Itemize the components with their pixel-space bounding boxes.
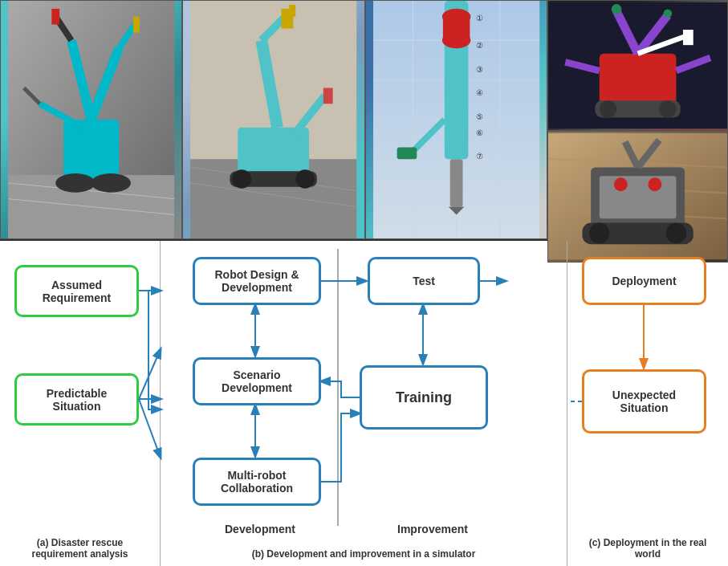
diagram-section: Assumed Requirement Predictable Situatio… [0,241,728,566]
scenario-development-label: Scenario Development [201,369,312,394]
svg-point-42 [441,32,470,48]
svg-rect-5 [63,120,119,183]
robot-design-box: Robot Design & Development [193,257,321,305]
svg-point-27 [233,169,252,189]
unexpected-situation-label: Unexpected Situation [591,389,697,414]
svg-point-61 [663,9,672,18]
test-label: Test [413,275,435,287]
image-1 [0,0,182,239]
deployment-box: Deployment [582,257,706,305]
multi-robot-box: Multi-robot Collaboration [193,458,321,506]
svg-point-28 [296,169,315,189]
svg-point-79 [648,178,661,192]
image-3: ① ② ③ ④ ⑤ ⑥ ⑦ [365,0,547,239]
section-a-label: (a) Disaster rescue requirement analysis [8,537,152,560]
svg-point-13 [92,173,131,193]
svg-rect-72 [600,176,677,218]
svg-point-78 [614,178,628,192]
test-box: Test [368,257,480,305]
image-2 [182,0,364,239]
divider [337,249,339,526]
development-label: Development [225,523,295,535]
svg-text:④: ④ [476,88,483,97]
svg-text:⑥: ⑥ [476,128,483,137]
training-box: Training [360,365,488,430]
assumed-requirement-label: Assumed Requirement [23,279,130,304]
training-label: Training [396,389,452,406]
svg-rect-30 [323,88,333,104]
scenario-development-box: Scenario Development [193,357,321,405]
section-c-label: (c) Deployment in the real world [575,537,720,560]
tool-illustration: ① ② ③ ④ ⑤ ⑥ ⑦ [366,1,547,238]
svg-point-60 [611,4,621,14]
svg-text:③: ③ [476,65,483,74]
svg-rect-46 [449,159,462,206]
svg-point-12 [55,173,95,193]
section-b: Development Improvement Robot Design & D… [161,241,567,566]
svg-rect-11 [133,17,140,33]
improvement-label: Improvement [397,523,468,535]
multi-robot-label: Multi-robot Collaboration [201,469,312,495]
image-right-group [547,0,728,239]
svg-text:⑤: ⑤ [476,112,483,121]
svg-point-63 [600,100,616,117]
svg-rect-55 [600,54,677,105]
unexpected-situation-box: Unexpected Situation [582,369,706,434]
svg-rect-10 [51,9,59,25]
deployment-label: Deployment [612,275,676,287]
svg-rect-66 [683,30,693,45]
svg-rect-49 [397,148,417,160]
svg-rect-25 [290,5,296,17]
predictable-situation-box: Predictable Situation [14,373,139,426]
image-4 [547,0,728,131]
section-c: Deployment Unexpected Situation (c) Depl… [567,241,728,566]
svg-point-64 [659,100,676,117]
svg-line-84 [139,399,161,458]
section-a: Assumed Requirement Predictable Situatio… [0,241,161,566]
svg-line-82 [139,349,161,399]
assumed-requirement-box: Assumed Requirement [14,265,139,317]
svg-text:①: ① [476,14,483,22]
robot-design-label: Robot Design & Development [201,268,312,294]
robot-illustration-2 [183,1,364,238]
top-images-section: ① ② ③ ④ ⑤ ⑥ ⑦ [0,0,728,241]
section-b-label: (b) Development and improvement in a sim… [181,548,546,560]
svg-text:⑦: ⑦ [476,152,483,161]
svg-text:②: ② [476,41,483,50]
predictable-situation-label: Predictable Situation [23,387,130,413]
purple-robot-illustration [548,1,727,130]
robot-illustration-1 [1,1,181,238]
